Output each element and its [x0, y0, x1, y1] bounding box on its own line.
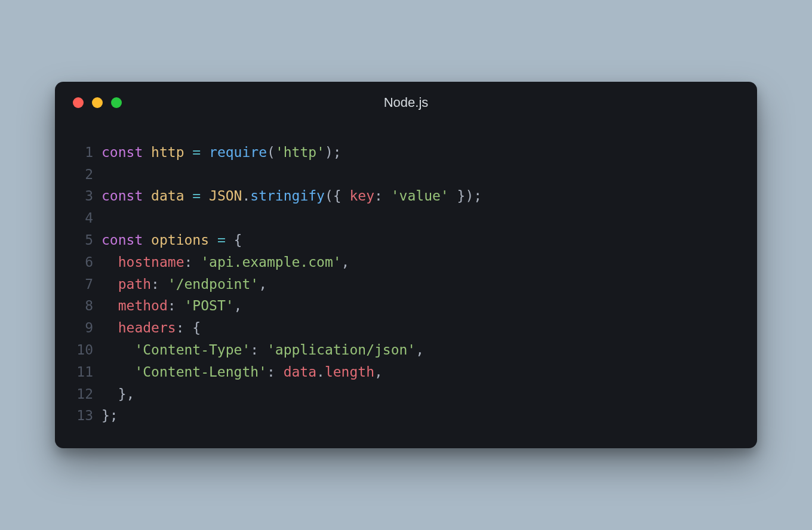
line-number: 2: [73, 164, 102, 186]
code-line[interactable]: 13};: [73, 405, 739, 427]
line-content: },: [102, 383, 134, 405]
code-line[interactable]: 8 method: 'POST',: [73, 295, 739, 317]
line-content: };: [102, 405, 118, 427]
line-number: 10: [73, 339, 102, 361]
line-content: 'Content-Length': data.length,: [102, 361, 383, 383]
code-line[interactable]: 5const options = {: [73, 229, 739, 251]
code-line[interactable]: 12 },: [73, 383, 739, 405]
window-title: Node.js: [384, 95, 429, 110]
line-number: 8: [73, 295, 102, 317]
line-number: 1: [73, 141, 102, 164]
line-content: const options = {: [102, 229, 242, 251]
code-line[interactable]: 1const http = require('http');: [73, 141, 739, 164]
line-content: method: 'POST',: [102, 295, 242, 317]
close-icon[interactable]: [73, 97, 84, 108]
line-number: 7: [73, 273, 102, 295]
zoom-icon[interactable]: [111, 97, 122, 108]
code-line[interactable]: 7 path: '/endpoint',: [73, 273, 739, 295]
code-area[interactable]: 1const http = require('http');23const da…: [55, 124, 757, 427]
code-line[interactable]: 3const data = JSON.stringify({ key: 'val…: [73, 185, 739, 207]
line-number: 6: [73, 251, 102, 273]
code-line[interactable]: 9 headers: {: [73, 317, 739, 339]
code-line[interactable]: 2: [73, 164, 739, 186]
line-number: 3: [73, 185, 102, 207]
line-number: 9: [73, 317, 102, 339]
code-editor-window: Node.js 1const http = require('http');23…: [55, 82, 757, 448]
line-number: 4: [73, 207, 102, 229]
line-content: hostname: 'api.example.com',: [102, 251, 349, 273]
line-content: const data = JSON.stringify({ key: 'valu…: [102, 185, 482, 207]
line-content: path: '/endpoint',: [102, 273, 267, 295]
titlebar: Node.js: [55, 82, 757, 124]
line-number: 5: [73, 229, 102, 251]
line-number: 13: [73, 405, 102, 427]
line-content: 'Content-Type': 'application/json',: [102, 339, 424, 361]
code-line[interactable]: 4: [73, 207, 739, 229]
code-line[interactable]: 11 'Content-Length': data.length,: [73, 361, 739, 383]
traffic-lights: [73, 82, 122, 124]
code-line[interactable]: 10 'Content-Type': 'application/json',: [73, 339, 739, 361]
line-content: headers: {: [102, 317, 201, 339]
code-line[interactable]: 6 hostname: 'api.example.com',: [73, 251, 739, 273]
line-number: 12: [73, 383, 102, 405]
minimize-icon[interactable]: [92, 97, 103, 108]
line-content: const http = require('http');: [102, 141, 342, 164]
line-number: 11: [73, 361, 102, 383]
